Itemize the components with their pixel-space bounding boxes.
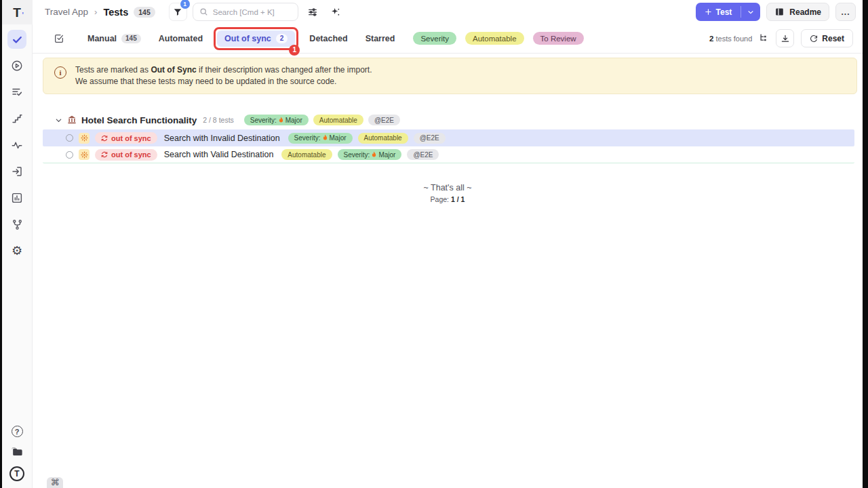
tab-detached[interactable]: Detached bbox=[302, 30, 355, 47]
sidebar-item-branches[interactable] bbox=[7, 215, 26, 234]
test-name[interactable]: Search with Valid Destination bbox=[164, 150, 274, 159]
new-test-dropdown-button[interactable] bbox=[741, 3, 760, 21]
out-of-sync-badge: out of sync bbox=[95, 132, 157, 144]
sidebar-item-reports[interactable] bbox=[7, 188, 26, 207]
tab-out-of-sync[interactable]: Out of sync 2 bbox=[217, 30, 295, 47]
app-window: T' bbox=[2, 0, 863, 488]
out-of-sync-info-banner: i Tests are marked as Out of Sync if the… bbox=[43, 58, 857, 94]
results-count-number: 2 bbox=[709, 35, 713, 43]
banner-line-1: Tests are marked as Out of Sync if their… bbox=[75, 64, 372, 76]
chevron-down-icon bbox=[747, 9, 754, 16]
tab-starred[interactable]: Starred bbox=[358, 30, 403, 47]
sidebar-item-settings[interactable]: ⚙ bbox=[7, 241, 26, 260]
sidebar-bottom: ? T bbox=[9, 426, 24, 488]
suite-test-count: 2 / 8 tests bbox=[203, 116, 234, 124]
new-test-button[interactable]: Test bbox=[696, 3, 741, 21]
filter-button[interactable]: 1 bbox=[169, 3, 187, 21]
tab-detached-label: Detached bbox=[309, 34, 347, 43]
book-icon bbox=[774, 7, 785, 17]
reset-filters-button[interactable]: Reset bbox=[801, 29, 853, 47]
ellipsis-icon: ... bbox=[842, 7, 850, 17]
new-test-split-button: Test bbox=[696, 3, 761, 21]
list-check-icon bbox=[11, 86, 23, 98]
view-settings-button[interactable] bbox=[304, 3, 321, 21]
topbar-actions: Test Readme ... bbox=[696, 3, 856, 21]
branch-icon bbox=[12, 219, 23, 230]
chevron-down-icon[interactable] bbox=[55, 117, 62, 124]
fire-icon bbox=[322, 134, 328, 142]
search-input[interactable] bbox=[213, 8, 292, 16]
test-badge-tag: @E2E bbox=[407, 149, 439, 160]
tab-manual[interactable]: Manual 145 bbox=[80, 30, 149, 47]
command-key-shortcut[interactable]: ⌘ bbox=[47, 477, 63, 488]
sidebar-item-tests[interactable] bbox=[7, 30, 26, 49]
ai-assist-button[interactable] bbox=[327, 3, 344, 21]
tab-starred-label: Starred bbox=[366, 34, 395, 43]
topbar: Travel App › Tests 145 1 bbox=[33, 0, 863, 24]
tree-view-toggle[interactable] bbox=[759, 33, 769, 43]
out-of-sync-badge: out of sync bbox=[95, 149, 157, 161]
sidebar-item-pulls[interactable] bbox=[7, 162, 26, 181]
export-button[interactable] bbox=[776, 29, 794, 47]
page-indicator: Page: 1 / 1 bbox=[33, 195, 863, 203]
tab-automated[interactable]: Automated bbox=[151, 30, 210, 47]
sidebar-item-runs[interactable] bbox=[7, 56, 26, 75]
pill-severity[interactable]: Severity bbox=[413, 32, 456, 45]
test-name[interactable]: Search with Invalid Destination bbox=[164, 134, 280, 143]
breadcrumb-current-page: Tests bbox=[103, 7, 128, 18]
pill-to-review[interactable]: To Review bbox=[533, 32, 584, 45]
folder-icon[interactable] bbox=[11, 445, 24, 458]
filters-toolbar: Manual 145 Automated Out of sync 2 1 Det… bbox=[33, 24, 863, 54]
sync-icon bbox=[101, 151, 108, 158]
sidebar-item-plans[interactable] bbox=[7, 83, 26, 102]
tab-automated-label: Automated bbox=[159, 34, 203, 43]
funnel-icon bbox=[173, 7, 182, 17]
bulk-edit-button[interactable] bbox=[50, 30, 68, 47]
readme-label: Readme bbox=[789, 7, 821, 17]
sidebar-item-steps[interactable] bbox=[7, 109, 26, 128]
info-icon: i bbox=[54, 66, 66, 79]
readme-button[interactable]: Readme bbox=[766, 3, 829, 21]
sun-icon bbox=[79, 133, 90, 144]
test-row[interactable]: out of sync Search with Valid Destinatio… bbox=[43, 146, 854, 163]
test-row[interactable]: out of sync Search with Invalid Destinat… bbox=[43, 129, 854, 146]
sliders-icon bbox=[307, 7, 318, 18]
arrow-into-box-icon bbox=[11, 165, 23, 178]
fire-icon bbox=[371, 151, 377, 159]
breadcrumb-project[interactable]: Travel App bbox=[45, 7, 88, 17]
brand-logo-icon[interactable]: T bbox=[9, 466, 24, 481]
test-badge-automatable: Automatable bbox=[358, 133, 408, 144]
search-box[interactable] bbox=[193, 3, 298, 21]
play-circle-icon bbox=[11, 60, 23, 72]
suite-badge-tag: @E2E bbox=[368, 115, 400, 125]
pagination: ~ That's all ~ Page: 1 / 1 bbox=[33, 183, 863, 203]
filter-pills: Severity Automatable To Review bbox=[413, 32, 583, 45]
command-icon: ⌘ bbox=[51, 477, 60, 487]
test-list: Hotel Search Functionality 2 / 8 tests S… bbox=[43, 113, 854, 163]
end-of-list-message: ~ That's all ~ bbox=[33, 183, 863, 192]
tab-manual-count: 145 bbox=[121, 34, 141, 43]
refresh-icon bbox=[810, 35, 818, 43]
pill-automatable[interactable]: Automatable bbox=[465, 32, 524, 45]
suite-header-row[interactable]: Hotel Search Functionality 2 / 8 tests S… bbox=[43, 113, 854, 129]
banner-line-2: We assume that these tests may need to b… bbox=[75, 76, 372, 87]
suite-name[interactable]: Hotel Search Functionality bbox=[81, 115, 197, 125]
test-status-circle-icon[interactable] bbox=[66, 134, 73, 142]
test-badge-tag: @E2E bbox=[414, 133, 446, 144]
steps-icon bbox=[12, 113, 23, 125]
more-options-button[interactable]: ... bbox=[835, 3, 856, 21]
app-logo[interactable]: T' bbox=[2, 0, 33, 24]
help-icon[interactable]: ? bbox=[12, 426, 23, 437]
bar-chart-icon bbox=[11, 192, 23, 204]
content-area: i Tests are marked as Out of Sync if the… bbox=[33, 54, 863, 488]
plus-icon bbox=[705, 8, 712, 16]
tab-out-of-sync-wrap: Out of sync 2 1 bbox=[217, 30, 295, 47]
sparkles-icon bbox=[330, 7, 341, 18]
tests-total-count-badge: 145 bbox=[134, 7, 155, 18]
test-status-circle-icon[interactable] bbox=[66, 151, 73, 159]
tab-out-of-sync-label: Out of sync bbox=[224, 34, 271, 43]
checkbox-edit-icon bbox=[54, 33, 64, 44]
results-count-text: 2 tests found bbox=[709, 35, 752, 43]
sidebar-item-analytics[interactable] bbox=[7, 136, 26, 155]
gear-icon: ⚙ bbox=[12, 245, 22, 257]
